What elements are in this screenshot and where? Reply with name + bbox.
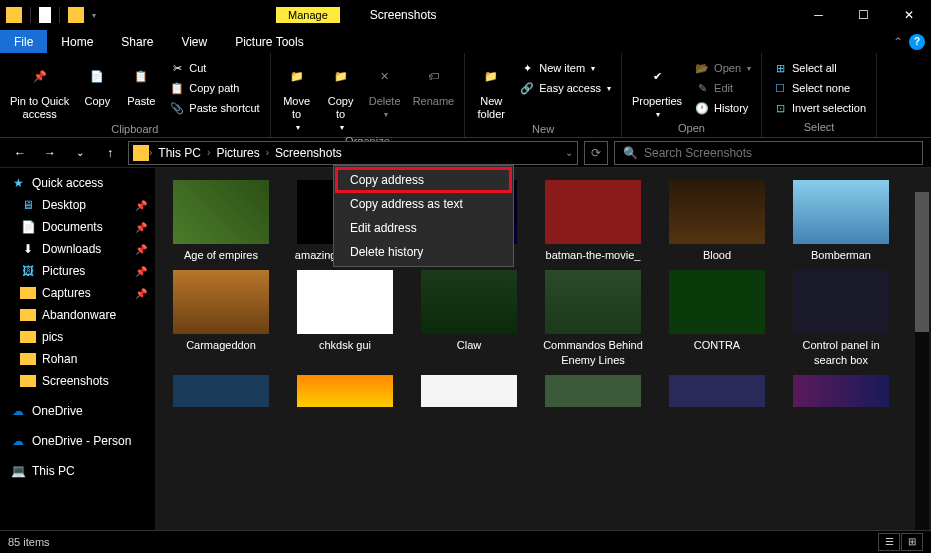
- file-item[interactable]: Bomberman: [787, 180, 895, 262]
- move-to-button[interactable]: 📁Move to▾: [277, 59, 317, 135]
- selectnone-icon: ☐: [772, 80, 788, 96]
- sidebar-captures[interactable]: Captures📌: [0, 282, 155, 304]
- file-item[interactable]: [415, 375, 523, 407]
- file-item[interactable]: Carmageddon: [167, 270, 275, 367]
- breadcrumb[interactable]: › This PC › Pictures › Screenshots ⌄: [128, 141, 578, 165]
- invert-selection-button[interactable]: ⊡Invert selection: [768, 99, 870, 117]
- minimize-button[interactable]: ─: [796, 0, 841, 30]
- maximize-button[interactable]: ☐: [841, 0, 886, 30]
- sidebar-pictures[interactable]: 🖼Pictures📌: [0, 260, 155, 282]
- close-button[interactable]: ✕: [886, 0, 931, 30]
- pin-to-quick-access-button[interactable]: 📌Pin to Quick access: [6, 59, 73, 123]
- file-item[interactable]: chkdsk gui: [291, 270, 399, 367]
- properties-qat-icon[interactable]: [39, 7, 51, 23]
- scrollbar[interactable]: [915, 192, 929, 530]
- menu-edit-address[interactable]: Edit address: [336, 216, 511, 240]
- copy-button[interactable]: 📄Copy: [77, 59, 117, 110]
- scrollbar-thumb[interactable]: [915, 192, 929, 332]
- properties-button[interactable]: ✔Properties▾: [628, 59, 686, 122]
- tab-share[interactable]: Share: [107, 30, 167, 53]
- select-all-button[interactable]: ⊞Select all: [768, 59, 870, 77]
- sidebar-thispc[interactable]: 💻This PC: [0, 460, 155, 482]
- forward-button[interactable]: →: [38, 141, 62, 165]
- group-label: New: [471, 123, 615, 137]
- ribbon: 📌Pin to Quick access 📄Copy 📋Paste ✂Cut 📋…: [0, 53, 931, 138]
- file-item[interactable]: [787, 375, 895, 407]
- file-item[interactable]: batman-the-movie_: [539, 180, 647, 262]
- menu-copy-address[interactable]: Copy address: [336, 168, 511, 192]
- sidebar-onedrive[interactable]: ☁OneDrive: [0, 400, 155, 422]
- sidebar-quick-access[interactable]: ★Quick access: [0, 172, 155, 194]
- sidebar-onedrive-personal[interactable]: ☁OneDrive - Person: [0, 430, 155, 452]
- search-box[interactable]: 🔍: [614, 141, 923, 165]
- file-item[interactable]: [167, 375, 275, 407]
- tab-home[interactable]: Home: [47, 30, 107, 53]
- status-bar: 85 items ☰ ⊞: [0, 530, 931, 552]
- select-none-button[interactable]: ☐Select none: [768, 79, 870, 97]
- sidebar-abandonware[interactable]: Abandonware: [0, 304, 155, 326]
- breadcrumb-seg-thispc[interactable]: This PC: [152, 146, 207, 160]
- help-icon[interactable]: ?: [909, 34, 925, 50]
- rename-button[interactable]: 🏷Rename: [409, 59, 459, 110]
- thumbnail-icon: [421, 375, 517, 407]
- breadcrumb-seg-pictures[interactable]: Pictures: [210, 146, 265, 160]
- addr-dropdown-icon[interactable]: ⌄: [565, 147, 573, 158]
- copy-path-button[interactable]: 📋Copy path: [165, 79, 263, 97]
- move-icon: 📁: [281, 61, 313, 93]
- tab-view[interactable]: View: [167, 30, 221, 53]
- qat-separator: [59, 7, 60, 23]
- quick-access-toolbar: ▾: [0, 7, 96, 23]
- folder-icon: [20, 307, 36, 323]
- qat-dropdown-icon[interactable]: ▾: [92, 11, 96, 20]
- menu-delete-history[interactable]: Delete history: [336, 240, 511, 264]
- details-view-button[interactable]: ☰: [878, 533, 900, 551]
- folder-icon: [20, 285, 36, 301]
- file-item[interactable]: Age of empires: [167, 180, 275, 262]
- file-item[interactable]: Blood: [663, 180, 771, 262]
- shortcut-icon: 📎: [169, 100, 185, 116]
- up-button[interactable]: ↑: [98, 141, 122, 165]
- new-folder-button[interactable]: 📁New folder: [471, 59, 511, 123]
- cut-button[interactable]: ✂Cut: [165, 59, 263, 77]
- new-item-button[interactable]: ✦New item▾: [515, 59, 615, 77]
- file-item[interactable]: Control panel in search box: [787, 270, 895, 367]
- thumbnails-view-button[interactable]: ⊞: [901, 533, 923, 551]
- delete-button[interactable]: ✕Delete▾: [365, 59, 405, 122]
- tab-file[interactable]: File: [0, 30, 47, 53]
- thumbnail-icon: [173, 180, 269, 244]
- file-item[interactable]: Commandos Behind Enemy Lines: [539, 270, 647, 367]
- recent-dropdown[interactable]: ⌄: [68, 141, 92, 165]
- history-button[interactable]: 🕐History: [690, 99, 755, 117]
- open-button[interactable]: 📂Open▾: [690, 59, 755, 77]
- file-item[interactable]: [291, 375, 399, 407]
- newfolder-qat-icon[interactable]: [68, 7, 84, 23]
- collapse-ribbon-icon[interactable]: ⌃: [893, 35, 903, 49]
- file-item[interactable]: CONTRA: [663, 270, 771, 367]
- folder-icon[interactable]: [6, 7, 22, 23]
- edit-button[interactable]: ✎Edit: [690, 79, 755, 97]
- thumbnail-icon: [421, 270, 517, 334]
- paste-shortcut-button[interactable]: 📎Paste shortcut: [165, 99, 263, 117]
- sidebar-screenshots[interactable]: Screenshots: [0, 370, 155, 392]
- sidebar-rohan[interactable]: Rohan: [0, 348, 155, 370]
- sidebar-documents[interactable]: 📄Documents📌: [0, 216, 155, 238]
- sidebar-downloads[interactable]: ⬇Downloads📌: [0, 238, 155, 260]
- file-list[interactable]: Age of empires amazing-spider-man Arcade…: [155, 168, 931, 530]
- menu-copy-address-as-text[interactable]: Copy address as text: [336, 192, 511, 216]
- file-item[interactable]: Claw: [415, 270, 523, 367]
- invert-icon: ⊡: [772, 100, 788, 116]
- refresh-button[interactable]: ⟳: [584, 141, 608, 165]
- tab-picture-tools[interactable]: Picture Tools: [221, 30, 317, 53]
- breadcrumb-seg-screenshots[interactable]: Screenshots: [269, 146, 348, 160]
- copy-to-button[interactable]: 📁Copy to▾: [321, 59, 361, 135]
- search-input[interactable]: [644, 146, 914, 160]
- file-item[interactable]: [663, 375, 771, 407]
- easy-access-button[interactable]: 🔗Easy access▾: [515, 79, 615, 97]
- file-item[interactable]: [539, 375, 647, 407]
- thumbnail-icon: [297, 375, 393, 407]
- sidebar-pics[interactable]: pics: [0, 326, 155, 348]
- sidebar-desktop[interactable]: 🖥Desktop📌: [0, 194, 155, 216]
- copyto-icon: 📁: [325, 61, 357, 93]
- paste-button[interactable]: 📋Paste: [121, 59, 161, 110]
- back-button[interactable]: ←: [8, 141, 32, 165]
